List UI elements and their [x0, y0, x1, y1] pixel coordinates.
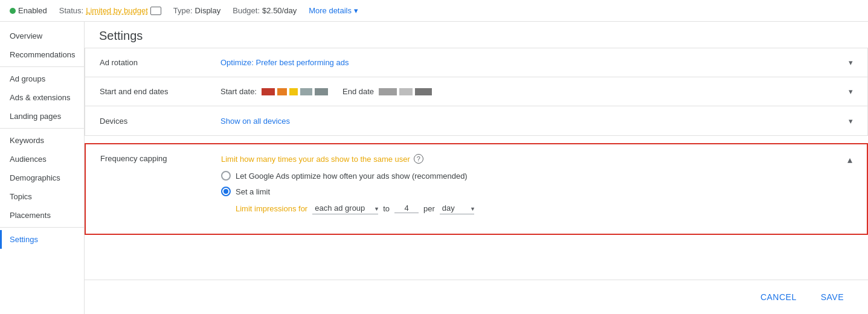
sidebar-divider-3	[0, 227, 84, 228]
limit-to-label: to	[383, 204, 390, 213]
sidebar-item-keywords[interactable]: Keywords	[0, 131, 84, 150]
frequency-header: Frequency capping Limit how many times y…	[100, 154, 852, 214]
frequency-label: Frequency capping	[100, 154, 221, 163]
sidebar-divider-2	[0, 128, 84, 129]
end-date-bar	[379, 88, 432, 95]
limit-value-input[interactable]	[394, 203, 419, 213]
spacer	[85, 235, 868, 280]
type-value: Display	[195, 6, 221, 15]
limit-row: Limit impressions for each ad group each…	[236, 202, 847, 214]
date-block-2	[277, 88, 287, 95]
main-layout: Overview Recommendations Ad groups Ads &…	[0, 22, 868, 314]
sidebar-item-ad-groups[interactable]: Ad groups	[0, 69, 84, 88]
sidebar-item-topics[interactable]: Topics	[0, 187, 84, 206]
cancel-button[interactable]: CANCEL	[751, 287, 806, 307]
dates-value: Start date: End date	[220, 87, 849, 96]
sidebar: Overview Recommendations Ad groups Ads &…	[0, 22, 85, 314]
sidebar-item-recommendations[interactable]: Recommendations	[0, 45, 84, 64]
limit-group-select[interactable]: each ad group each campaign	[312, 202, 378, 214]
settings-title: Settings	[85, 22, 868, 48]
settings-table: Ad rotation Optimize: Prefer best perfor…	[85, 48, 868, 136]
end-date-label: End date	[342, 87, 374, 96]
start-date-label: Start date:	[220, 87, 257, 96]
frequency-collapse-icon[interactable]	[847, 154, 852, 165]
help-icon[interactable]: ?	[414, 154, 423, 164]
radio-option-set-limit[interactable]: Set a limit	[221, 187, 847, 196]
type-item: Type: Display	[173, 6, 220, 15]
devices-row[interactable]: Devices Show on all devices	[85, 106, 867, 135]
radio-option-optimize[interactable]: Let Google Ads optimize how often your a…	[221, 171, 847, 181]
dates-label: Start and end dates	[100, 87, 220, 96]
ad-rotation-label: Ad rotation	[100, 58, 220, 67]
limit-per-label: per	[423, 204, 435, 213]
limit-impressions-label: Limit impressions for	[236, 204, 307, 213]
budget-value: $2.50/day	[262, 6, 297, 15]
sidebar-item-demographics[interactable]: Demographics	[0, 168, 84, 187]
date-block-3	[289, 88, 298, 95]
save-button[interactable]: SAVE	[811, 287, 854, 307]
sidebar-item-settings[interactable]: Settings	[0, 230, 84, 249]
content-area: Settings Ad rotation Optimize: Prefer be…	[85, 22, 868, 314]
top-bar: Enabled Status: Limited by budget Type: …	[0, 0, 868, 22]
limit-period-wrapper[interactable]: day week month ▾	[440, 202, 474, 214]
date-block-1	[262, 88, 275, 95]
radio-optimize-circle[interactable]	[221, 171, 231, 181]
limit-period-select[interactable]: day week month	[440, 202, 474, 214]
sidebar-item-landing-pages[interactable]: Landing pages	[0, 107, 84, 126]
frequency-title: Limit how many times your ads show to th…	[221, 154, 847, 164]
sidebar-divider-1	[0, 66, 84, 67]
date-block-5	[315, 88, 328, 95]
sidebar-item-overview[interactable]: Overview	[0, 27, 84, 45]
devices-chevron[interactable]	[849, 117, 853, 126]
ad-rotation-chevron[interactable]	[849, 58, 853, 67]
limit-group-wrapper[interactable]: each ad group each campaign ▾	[312, 202, 378, 214]
sidebar-item-audiences[interactable]: Audiences	[0, 150, 84, 168]
end-date-block-2	[399, 88, 413, 95]
status-dot	[10, 8, 16, 14]
email-icon[interactable]	[150, 7, 161, 15]
ad-rotation-value: Optimize: Prefer best performing ads	[220, 58, 849, 67]
end-date-block-3	[415, 88, 432, 95]
type-label: Type:	[173, 6, 193, 15]
radio-set-limit-circle[interactable]	[221, 187, 231, 196]
date-block-4	[300, 88, 312, 95]
ad-rotation-row[interactable]: Ad rotation Optimize: Prefer best perfor…	[85, 48, 867, 77]
status-item: Status: Limited by budget	[59, 6, 161, 15]
chevron-down-icon: ▾	[354, 6, 358, 15]
frequency-capping-section: Frequency capping Limit how many times y…	[85, 143, 868, 235]
budget-item: Budget: $2.50/day	[233, 6, 297, 15]
frequency-content: Limit how many times your ads show to th…	[221, 154, 847, 214]
enabled-status: Enabled	[10, 6, 47, 15]
more-details-button[interactable]: More details ▾	[309, 6, 358, 15]
status-text-label: Status:	[59, 6, 83, 15]
sidebar-item-ads-extensions[interactable]: Ads & extensions	[0, 88, 84, 107]
status-value: Limited by budget	[86, 6, 148, 15]
end-date-block-1	[379, 88, 397, 95]
dates-row[interactable]: Start and end dates Start date: End date	[85, 77, 867, 106]
devices-value: Show on all devices	[220, 117, 849, 126]
start-date-bar	[262, 88, 328, 95]
enabled-label: Enabled	[18, 6, 47, 15]
dates-chevron[interactable]	[849, 87, 853, 96]
bottom-bar: CANCEL SAVE	[85, 280, 868, 314]
devices-label: Devices	[100, 117, 220, 126]
more-details-label: More details	[309, 6, 352, 15]
budget-label: Budget:	[233, 6, 260, 15]
sidebar-item-placements[interactable]: Placements	[0, 206, 84, 225]
